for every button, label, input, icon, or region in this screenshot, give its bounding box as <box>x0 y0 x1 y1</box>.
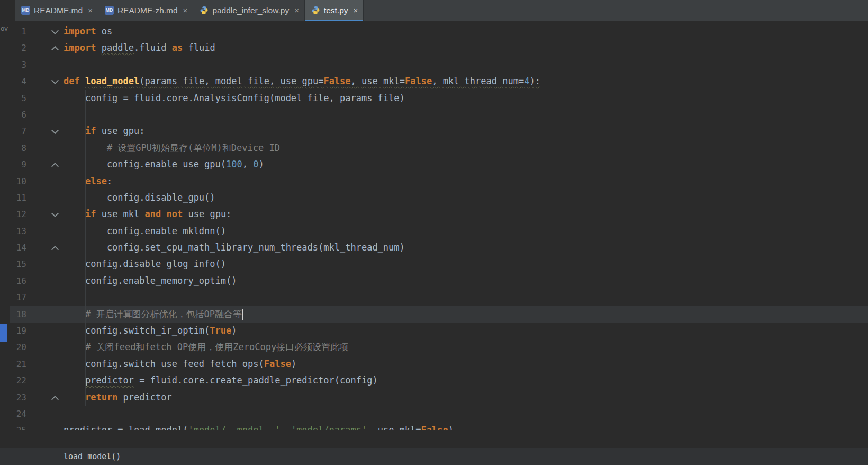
line-number[interactable]: 11 <box>10 190 26 206</box>
line-number[interactable]: 20 <box>10 339 26 355</box>
gutter[interactable]: 5 <box>10 90 62 106</box>
line-number[interactable]: 19 <box>10 323 26 339</box>
fold-down-icon[interactable] <box>50 73 62 90</box>
line-number[interactable]: 7 <box>10 123 26 139</box>
code-line-17[interactable]: 17 <box>10 289 868 306</box>
indent-guide <box>107 140 107 173</box>
gutter[interactable]: 11 <box>10 190 62 206</box>
text-cursor <box>242 309 243 320</box>
fold-spacer <box>50 173 62 190</box>
code-line-18[interactable]: 18 # 开启计算图分析优化，包括OP融合等 <box>10 306 868 323</box>
gutter[interactable]: 14 <box>10 239 62 256</box>
line-number[interactable]: 21 <box>10 356 26 372</box>
gutter[interactable]: 4 <box>10 73 62 90</box>
fold-up-icon[interactable] <box>50 40 62 56</box>
code-line-2[interactable]: 2import paddle.fluid as fluid <box>10 40 868 56</box>
code-text: return predictor <box>62 389 172 406</box>
fold-up-icon[interactable] <box>50 389 62 406</box>
tab-test.py[interactable]: test.py× <box>305 0 364 21</box>
gutter[interactable]: 24 <box>10 406 62 422</box>
line-number[interactable]: 24 <box>10 406 26 422</box>
close-icon[interactable]: × <box>354 6 358 14</box>
code-line-3[interactable]: 3 <box>10 57 868 73</box>
code-line-1[interactable]: 1import os <box>10 23 868 40</box>
gutter[interactable]: 19 <box>10 323 62 339</box>
gutter[interactable]: 2 <box>10 40 62 56</box>
line-number[interactable]: 17 <box>10 289 26 306</box>
editor[interactable]: 1import os2import paddle.fluid as fluid3… <box>10 21 868 430</box>
gutter[interactable]: 9 <box>10 156 62 173</box>
gutter[interactable]: 25 <box>10 422 62 430</box>
code-line-11[interactable]: 11 config.disable_gpu() <box>10 190 868 206</box>
tab-README-zh.md[interactable]: MDREADME-zh.md× <box>98 0 193 21</box>
code-line-19[interactable]: 19 config.switch_ir_optim(True) <box>10 323 868 339</box>
gutter[interactable]: 8 <box>10 140 62 156</box>
line-number[interactable]: 6 <box>10 106 26 123</box>
gutter[interactable]: 1 <box>10 23 62 40</box>
gutter[interactable]: 13 <box>10 223 62 239</box>
code-line-24[interactable]: 24 <box>10 406 868 422</box>
close-icon[interactable]: × <box>294 6 299 14</box>
tab-README.md[interactable]: MDREADME.md× <box>15 0 98 21</box>
gutter-separator <box>62 21 62 430</box>
gutter[interactable]: 23 <box>10 389 62 406</box>
line-number[interactable]: 22 <box>10 372 26 389</box>
gutter[interactable]: 22 <box>10 372 62 389</box>
gutter[interactable]: 17 <box>10 289 62 306</box>
line-number[interactable]: 4 <box>10 73 26 90</box>
code-line-5[interactable]: 5 config = fluid.core.AnalysisConfig(mod… <box>10 90 868 106</box>
gutter[interactable]: 10 <box>10 173 62 190</box>
gutter[interactable]: 6 <box>10 106 62 123</box>
tab-paddle_infer_slow.py[interactable]: paddle_infer_slow.py× <box>193 0 305 21</box>
line-number[interactable]: 5 <box>10 90 26 106</box>
line-number[interactable]: 25 <box>10 422 26 430</box>
gutter[interactable]: 16 <box>10 273 62 289</box>
line-number[interactable]: 18 <box>10 306 26 323</box>
stripe-marker[interactable] <box>0 324 7 342</box>
line-number[interactable]: 8 <box>10 140 26 156</box>
fold-down-icon[interactable] <box>50 23 62 40</box>
line-number[interactable]: 12 <box>10 206 26 222</box>
code-line-23[interactable]: 23 return predictor <box>10 389 868 406</box>
code-line-14[interactable]: 14 config.set_cpu_math_library_num_threa… <box>10 239 868 256</box>
code-line-13[interactable]: 13 config.enable_mkldnn() <box>10 223 868 239</box>
breadcrumb[interactable]: load_model() <box>64 452 121 461</box>
code-line-6[interactable]: 6 <box>10 106 868 123</box>
gutter[interactable]: 3 <box>10 57 62 73</box>
line-number[interactable]: 13 <box>10 223 26 239</box>
gutter[interactable]: 12 <box>10 206 62 222</box>
code-line-21[interactable]: 21 config.switch_use_feed_fetch_ops(Fals… <box>10 356 868 372</box>
gutter[interactable]: 20 <box>10 339 62 355</box>
gutter[interactable]: 15 <box>10 256 62 272</box>
gutter[interactable]: 7 <box>10 123 62 139</box>
line-number[interactable]: 10 <box>10 173 26 190</box>
gutter[interactable]: 18 <box>10 306 62 323</box>
line-number[interactable]: 1 <box>10 23 26 40</box>
code-line-12[interactable]: 12 if use_mkl and not use_gpu: <box>10 206 868 222</box>
code-line-22[interactable]: 22 predictor = fluid.core.create_paddle_… <box>10 372 868 389</box>
code-area[interactable]: 1import os2import paddle.fluid as fluid3… <box>10 23 868 430</box>
code-line-7[interactable]: 7 if use_gpu: <box>10 123 868 139</box>
line-number[interactable]: 3 <box>10 57 26 73</box>
close-icon[interactable]: × <box>183 6 188 14</box>
code-line-8[interactable]: 8 # 设置GPU初始显存(单位M)和Device ID <box>10 140 868 156</box>
fold-down-icon[interactable] <box>50 123 62 139</box>
line-number[interactable]: 2 <box>10 40 26 56</box>
fold-up-icon[interactable] <box>50 156 62 173</box>
gutter[interactable]: 21 <box>10 356 62 372</box>
fold-down-icon[interactable] <box>50 206 62 222</box>
line-number[interactable]: 9 <box>10 156 26 173</box>
line-number[interactable]: 14 <box>10 239 26 256</box>
line-number[interactable]: 23 <box>10 389 26 406</box>
code-line-10[interactable]: 10 else: <box>10 173 868 190</box>
close-icon[interactable]: × <box>88 6 93 14</box>
line-number[interactable]: 15 <box>10 256 26 272</box>
fold-up-icon[interactable] <box>50 239 62 256</box>
code-line-9[interactable]: 9 config.enable_use_gpu(100, 0) <box>10 156 868 173</box>
code-line-20[interactable]: 20 # 关闭feed和fetch OP使用，使用ZeroCopy接口必须设置此… <box>10 339 868 355</box>
code-line-25[interactable]: 25predictor = load_model('model/__model_… <box>10 422 868 430</box>
code-line-16[interactable]: 16 config.enable_memory_optim() <box>10 273 868 289</box>
code-line-15[interactable]: 15 config.disable_glog_info() <box>10 256 868 272</box>
code-line-4[interactable]: 4def load_model(params_file, model_file,… <box>10 73 868 90</box>
line-number[interactable]: 16 <box>10 273 26 289</box>
